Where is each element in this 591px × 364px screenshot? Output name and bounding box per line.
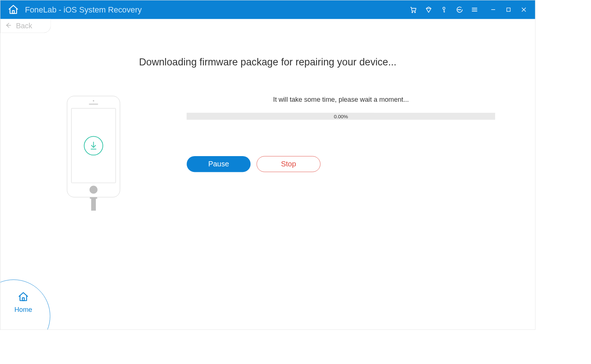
home-icon	[18, 291, 29, 304]
diamond-icon[interactable]	[425, 6, 433, 14]
stop-button[interactable]: Stop	[257, 156, 321, 172]
menu-icon[interactable]	[471, 6, 479, 14]
cable-icon	[91, 199, 96, 211]
feedback-icon[interactable]	[455, 6, 463, 14]
key-icon[interactable]	[440, 6, 448, 14]
app-title: FoneLab - iOS System Recovery	[25, 5, 142, 14]
back-label: Back	[16, 21, 32, 30]
home-label: Home	[14, 306, 32, 314]
main-content: Downloading firmware package for repairi…	[0, 33, 535, 329]
phone-body-icon	[67, 96, 120, 197]
svg-point-5	[459, 10, 460, 10]
svg-point-3	[443, 7, 445, 9]
window-controls	[489, 6, 528, 14]
progress-bar: 0.00%	[187, 113, 495, 119]
app-window: FoneLab - iOS System Recovery	[0, 0, 536, 330]
maximize-icon[interactable]	[504, 6, 512, 14]
download-icon	[84, 136, 103, 155]
phone-home-button-icon	[90, 186, 98, 194]
phone-screen	[71, 108, 116, 183]
svg-point-2	[415, 12, 416, 13]
app-logo-icon	[8, 4, 19, 15]
page-heading: Downloading firmware package for repairi…	[0, 56, 535, 68]
svg-point-6	[460, 10, 461, 10]
svg-point-1	[412, 12, 413, 13]
status-column: It will take some time, please wait a mo…	[187, 96, 535, 211]
titlebar: FoneLab - iOS System Recovery	[0, 0, 535, 19]
svg-rect-11	[507, 8, 511, 12]
minimize-icon[interactable]	[489, 6, 497, 14]
titlebar-left: FoneLab - iOS System Recovery	[8, 4, 142, 15]
pause-button[interactable]: Pause	[187, 156, 251, 172]
wait-message: It will take some time, please wait a mo…	[187, 96, 495, 104]
svg-rect-16	[22, 298, 24, 301]
phone-illustration	[67, 96, 120, 211]
titlebar-right	[409, 6, 528, 14]
svg-rect-0	[12, 11, 14, 14]
back-button[interactable]: Back	[0, 19, 51, 33]
cart-icon[interactable]	[409, 6, 417, 14]
close-icon[interactable]	[520, 6, 528, 14]
body-row: It will take some time, please wait a mo…	[0, 96, 535, 211]
button-row: Pause Stop	[187, 156, 495, 172]
svg-point-4	[458, 10, 458, 10]
phone-illustration-col	[0, 96, 187, 211]
back-arrow-icon	[5, 21, 12, 30]
progress-percent: 0.00%	[334, 113, 348, 119]
